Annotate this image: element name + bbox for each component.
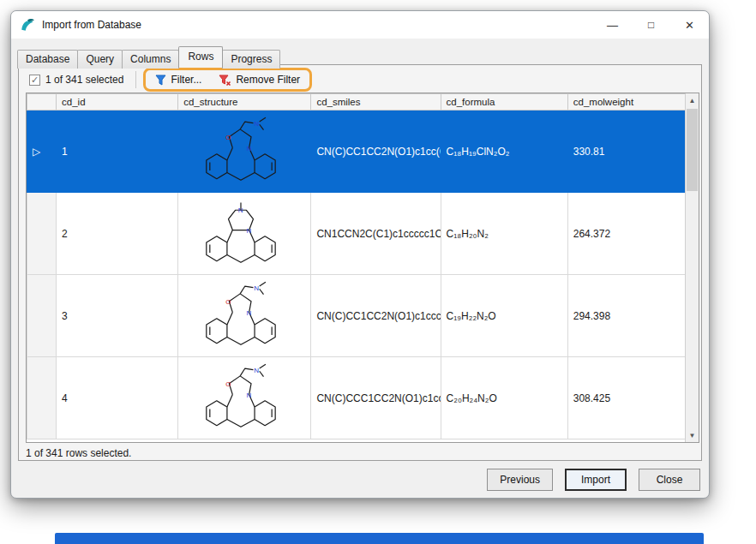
molecule-structure-image: [192, 279, 297, 356]
scrollbar-track[interactable]: [686, 107, 699, 428]
window-title: Import from Database: [42, 19, 141, 31]
tab-rows[interactable]: Rows: [178, 46, 223, 68]
tab-database[interactable]: Database: [17, 50, 78, 69]
background-window: [55, 533, 704, 544]
table-row[interactable]: 2 CN1CCN2C(C1)c1ccccc1Cc... C₁₈H₂₀N₂ 264…: [27, 193, 687, 275]
app-icon: [20, 17, 35, 33]
dialog-button-row: Previous Import Close: [487, 469, 700, 491]
cell-cd-formula: C₁₈H₂₀N₂: [441, 193, 567, 275]
cell-cd-molweight: 264.372: [567, 193, 686, 275]
cell-cd-id: 2: [57, 193, 178, 275]
filter-button[interactable]: Filter...: [151, 71, 206, 88]
tab-strip: Database Query Columns Rows Progress: [18, 45, 280, 67]
scrollbar-thumb[interactable]: [687, 109, 698, 191]
table-row[interactable]: 3 CN(C)CC1CC2N(O1)c1cccc... C₁₉H₂₂N₂O 29…: [27, 275, 687, 357]
table-row[interactable]: 4 CN(C)CCC1CC2N(O1)c1cc... C₂₀H₂₄N₂O 308…: [27, 357, 687, 439]
row-selector-cell: [27, 275, 57, 357]
cell-cd-smiles: CN1CCN2C(C1)c1ccccc1Cc...: [311, 193, 441, 275]
remove-filter-icon: [219, 75, 231, 86]
close-dialog-button[interactable]: Close: [639, 469, 700, 491]
cell-cd-formula: C₂₀H₂₄N₂O: [441, 357, 567, 439]
molecule-structure-image: [192, 115, 297, 192]
cell-cd-molweight: 308.425: [567, 357, 686, 439]
close-button[interactable]: ✕: [670, 11, 709, 39]
cell-cd-structure: [178, 111, 311, 193]
import-button[interactable]: Import: [565, 469, 627, 491]
filter-button-label: Filter...: [171, 74, 201, 86]
table-header-row: cd_id cd_structure cd_smiles cd_formula …: [27, 94, 687, 111]
cell-cd-molweight: 294.398: [567, 275, 686, 357]
remove-filter-button[interactable]: Remove Filter: [214, 71, 304, 88]
vertical-scrollbar[interactable]: ▲ ▼: [685, 93, 699, 442]
import-from-database-dialog: Import from Database — □ ✕ Database Quer…: [10, 10, 710, 499]
cell-cd-smiles: CN(C)CC1CC2N(O1)c1cc(C...: [311, 111, 441, 193]
filter-annotation-highlight: Filter... Remove Filter: [143, 68, 312, 92]
toolbar-separator: [135, 71, 136, 88]
row-selector-cell: ▷: [27, 111, 57, 193]
molecule-structure-image: [192, 362, 297, 439]
minimize-button[interactable]: —: [593, 11, 632, 39]
remove-filter-button-label: Remove Filter: [236, 74, 300, 86]
cell-cd-formula: C₁₈H₁₉ClN₂O₂: [441, 111, 567, 193]
current-row-arrow-icon: ▷: [33, 146, 40, 158]
cell-cd-id: 3: [57, 275, 178, 357]
cell-cd-smiles: CN(C)CCC1CC2N(O1)c1cc...: [311, 357, 441, 439]
cell-cd-id: 4: [57, 357, 178, 439]
selected-rows-label: 1 of 341 selected: [45, 74, 123, 86]
column-header-cd-molweight[interactable]: cd_molweight: [567, 94, 686, 111]
column-header-cd-id[interactable]: cd_id: [57, 94, 178, 111]
tab-query[interactable]: Query: [77, 50, 123, 69]
cell-cd-molweight: 330.81: [567, 111, 686, 193]
cell-cd-structure: [178, 275, 311, 357]
cell-cd-formula: C₁₉H₂₂N₂O: [441, 275, 567, 357]
selected-rows-checkbox[interactable]: ✓: [29, 75, 40, 86]
tab-progress[interactable]: Progress: [222, 50, 280, 69]
previous-button[interactable]: Previous: [487, 469, 553, 491]
rows-tab-page: ✓ 1 of 341 selected Filter... Remove Fil…: [18, 64, 702, 461]
maximize-button[interactable]: □: [632, 11, 670, 39]
column-header-cd-structure[interactable]: cd_structure: [178, 94, 311, 111]
tab-columns[interactable]: Columns: [122, 50, 179, 69]
molecule-structure-image: [192, 197, 297, 274]
cell-cd-smiles: CN(C)CC1CC2N(O1)c1cccc...: [311, 275, 441, 357]
row-selector-cell: [27, 193, 57, 275]
status-text: 1 of 341 rows selected.: [26, 447, 131, 459]
cell-cd-structure: [178, 357, 311, 439]
table-row[interactable]: ▷ 1 CN(C)CC1CC2N(O1)c1cc(C... C₁₈H₁₉ClN₂…: [27, 111, 687, 193]
column-header-cd-smiles[interactable]: cd_smiles: [311, 94, 441, 111]
results-table: cd_id cd_structure cd_smiles cd_formula …: [26, 93, 699, 443]
scroll-up-button[interactable]: ▲: [686, 93, 699, 107]
rows-toolbar: ✓ 1 of 341 selected Filter... Remove Fil…: [24, 68, 312, 92]
title-bar[interactable]: Import from Database — □ ✕: [11, 11, 709, 39]
scroll-down-button[interactable]: ▼: [686, 428, 699, 442]
selected-rows-checkbox-group[interactable]: ✓ 1 of 341 selected: [24, 74, 132, 86]
row-selector-cell: [27, 357, 57, 439]
cell-cd-structure: [178, 193, 311, 275]
filter-icon: [155, 75, 166, 86]
column-header-cd-formula[interactable]: cd_formula: [441, 94, 567, 111]
cell-cd-id: 1: [57, 111, 178, 193]
row-selector-header: [27, 94, 57, 111]
